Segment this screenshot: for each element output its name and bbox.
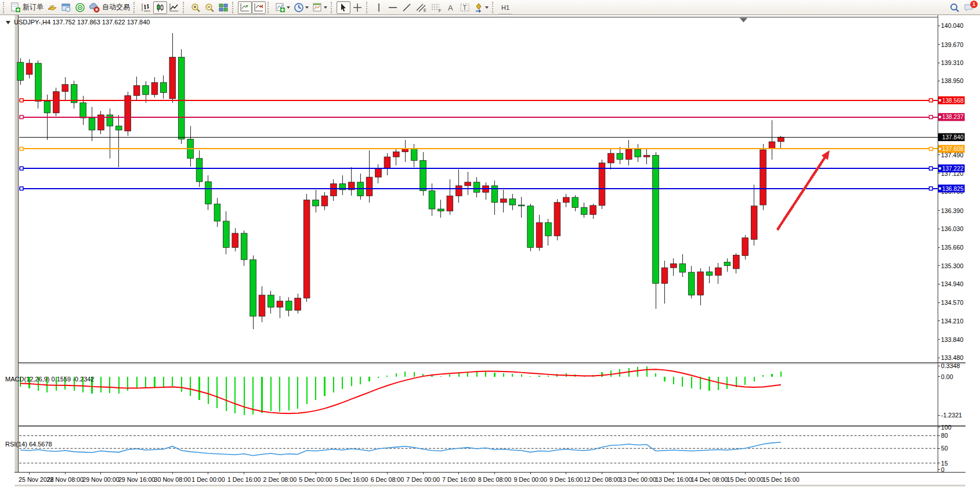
indicators-button[interactable]: [273, 1, 292, 14]
hline-handle-right[interactable]: [929, 187, 932, 190]
candlestick-chart-button[interactable]: [153, 1, 167, 14]
toolbar-grip[interactable]: [133, 2, 138, 13]
candle: [554, 203, 560, 236]
chart-shift-button[interactable]: [252, 1, 266, 14]
signals-button[interactable]: [73, 1, 87, 14]
candle: [563, 197, 569, 203]
time-axis-label: 14 Dec 08:00: [691, 476, 728, 483]
toolbar-grip[interactable]: [232, 2, 236, 13]
candle: [384, 157, 390, 168]
new-order-icon: [10, 2, 21, 13]
fibonacci-icon: F: [431, 2, 442, 13]
time-axis-label: 15 Dec 00:00: [727, 476, 764, 483]
chart-canvas[interactable]: 140.040139.670139.310138.950137.490137.1…: [0, 15, 980, 501]
text-label-tool-button[interactable]: T: [458, 1, 472, 14]
vertical-line-icon: [374, 2, 384, 13]
macd-axis-label: -1.2321: [941, 412, 962, 419]
templates-button[interactable]: [310, 1, 329, 14]
rsi-axis-label: 100: [941, 424, 952, 431]
hline-handle-right[interactable]: [929, 147, 932, 151]
svg-text:T: T: [463, 4, 467, 11]
hline-handle-left[interactable]: [20, 167, 23, 170]
price-tick-label: 136.390: [941, 207, 964, 214]
hline-handle-right[interactable]: [929, 99, 932, 102]
hline-handle-left[interactable]: [20, 116, 23, 119]
candle: [661, 268, 668, 283]
fibonacci-tool-button[interactable]: F: [429, 1, 444, 14]
candle: [643, 156, 650, 157]
new-order-button[interactable]: 新订单: [9, 1, 45, 14]
search-button[interactable]: [948, 1, 961, 14]
toolbar-grip[interactable]: [331, 2, 335, 13]
price-tick-label: 133.840: [941, 336, 964, 343]
indicators-dropdown-caret[interactable]: [287, 6, 290, 9]
channel-tool-button[interactable]: E: [414, 1, 429, 14]
time-axis-label: 29 Nov 16:00: [118, 476, 155, 483]
rsi-axis-label: 50: [941, 445, 948, 452]
toolbar-grip[interactable]: [267, 2, 272, 13]
text-icon: A: [446, 2, 455, 13]
hline-handle-right[interactable]: [929, 167, 932, 170]
chart-panel[interactable]: 140.040139.670139.310138.950137.490137.1…: [0, 15, 980, 501]
candle: [259, 295, 265, 316]
line-chart-button[interactable]: [167, 1, 181, 14]
toolbar-grip[interactable]: [366, 2, 370, 13]
arrows-dropdown-caret[interactable]: [485, 6, 489, 9]
candle: [653, 156, 659, 284]
hline-handle-left[interactable]: [20, 147, 23, 151]
bar-chart-button[interactable]: [139, 1, 153, 14]
text-tool-button[interactable]: A: [444, 1, 458, 14]
autotrading-icon: [89, 2, 100, 13]
macd-indicator-label: MACD(12,26,9) 0.1559 -0.2342: [5, 376, 94, 383]
candle: [268, 295, 274, 307]
market-watch-icon: [61, 2, 71, 13]
periods-dropdown-caret[interactable]: [305, 6, 309, 9]
time-axis-label: 29 Nov 00:00: [82, 476, 119, 483]
trendline-icon: [402, 2, 412, 13]
price-line-label: 137.222: [942, 165, 964, 172]
toolbar-grip[interactable]: [183, 2, 187, 13]
price-line-label-handle: [939, 99, 941, 102]
chart-title[interactable]: USDJPY-,H4 137.752 137.863 137.622 137.8…: [6, 19, 150, 26]
market-watch-button[interactable]: [59, 1, 73, 14]
price-tick-label: 139.670: [941, 41, 964, 48]
tile-windows-icon: [218, 2, 229, 13]
candle: [303, 200, 310, 298]
time-axis-label: 6 Dec 08:00: [371, 476, 404, 483]
notification-badge[interactable]: 1: [970, 1, 978, 8]
time-axis-label: 5 Dec 00:00: [299, 476, 332, 483]
hline-handle-right[interactable]: [929, 116, 932, 119]
profiles-button[interactable]: [45, 1, 59, 14]
periods-button[interactable]: [292, 1, 310, 14]
auto-scroll-button[interactable]: [238, 1, 252, 14]
hline-handle-left[interactable]: [20, 99, 23, 102]
zoom-in-icon: [190, 2, 201, 13]
trendline-tool-button[interactable]: [400, 1, 414, 14]
indicators-icon: [275, 2, 285, 13]
templates-dropdown-caret[interactable]: [324, 6, 327, 9]
search-icon: [949, 2, 960, 13]
toolbar-grip[interactable]: [3, 2, 7, 13]
cursor-button[interactable]: [337, 1, 350, 14]
arrows-tool-button[interactable]: [472, 1, 490, 14]
zoom-out-button[interactable]: [202, 1, 216, 14]
autotrading-button[interactable]: 自动交易: [87, 1, 132, 14]
hline-handle-left[interactable]: [20, 187, 23, 190]
tile-windows-button[interactable]: [216, 1, 230, 14]
candle: [232, 233, 238, 247]
chart-title-collapse-icon[interactable]: [6, 21, 10, 24]
price-line-label-handle: [939, 167, 941, 170]
community-button[interactable]: 1: [961, 1, 977, 14]
candle: [411, 148, 417, 160]
horizontal-line-tool-button[interactable]: [386, 1, 400, 14]
time-axis-label: 13 Dec 16:00: [655, 476, 692, 483]
crosshair-button[interactable]: [350, 1, 364, 14]
price-line-label: 136.825: [942, 186, 964, 192]
svg-text:F: F: [439, 9, 441, 13]
candle: [241, 233, 247, 259]
toolbar-grip[interactable]: [492, 2, 496, 13]
timeframe-button-H1[interactable]: H1: [498, 1, 513, 14]
zoom-in-button[interactable]: [189, 1, 202, 14]
candle: [715, 268, 722, 275]
vertical-line-tool-button[interactable]: [372, 1, 386, 14]
